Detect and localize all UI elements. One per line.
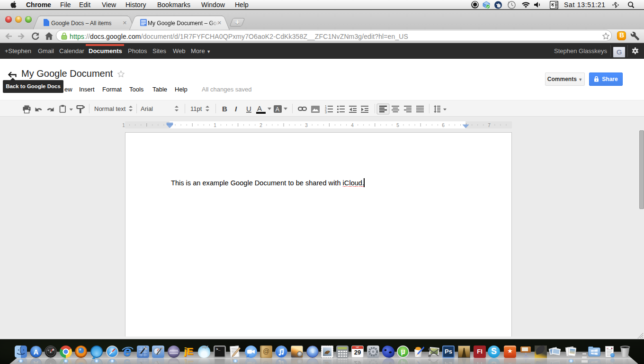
- svg-text:I: I: [235, 105, 237, 113]
- svg-text:1: 1: [122, 123, 125, 128]
- svg-text:3: 3: [325, 110, 327, 114]
- svg-text:Normal text: Normal text: [94, 105, 126, 112]
- svg-text:6: 6: [442, 123, 445, 128]
- svg-text:A: A: [276, 106, 280, 113]
- svg-text:U: U: [246, 105, 251, 113]
- svg-text:4: 4: [351, 123, 354, 128]
- svg-text:A: A: [257, 104, 262, 112]
- svg-text:3: 3: [305, 123, 308, 128]
- svg-text:7: 7: [488, 123, 491, 128]
- svg-text:1: 1: [214, 123, 216, 128]
- svg-text:B: B: [222, 105, 227, 113]
- svg-text:11pt: 11pt: [190, 105, 202, 112]
- svg-text:2: 2: [259, 123, 262, 128]
- svg-text:Arial: Arial: [141, 105, 153, 112]
- svg-text:5: 5: [396, 123, 399, 128]
